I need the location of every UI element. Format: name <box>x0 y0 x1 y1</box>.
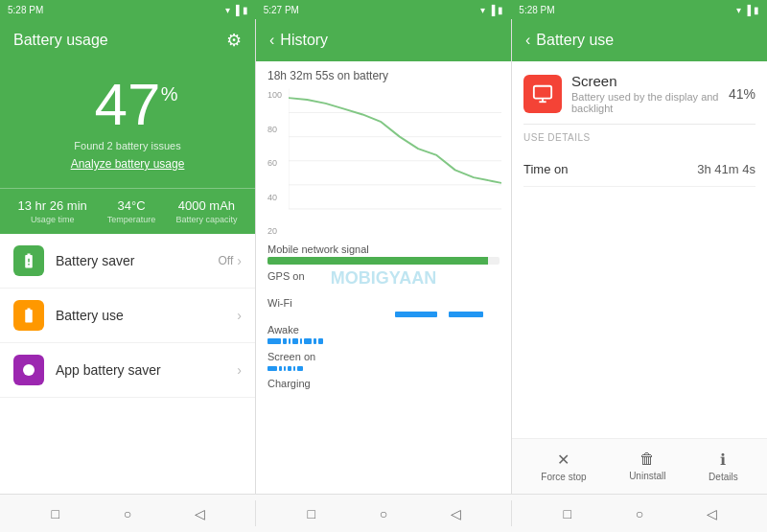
awake-row: Awake <box>267 324 500 345</box>
usage-time-label: Usage time <box>31 215 75 224</box>
chevron-right-icon-3: › <box>237 362 242 378</box>
battery-use-chevron: › <box>237 308 242 323</box>
time-3: 5:28 PM <box>519 5 554 15</box>
chevron-right-icon-2: › <box>237 308 242 323</box>
uninstall-button[interactable]: 🗑 Uninstall <box>619 447 675 486</box>
wifi-seg-1 <box>395 312 437 317</box>
time-on-label: Time on <box>523 162 568 176</box>
nav-segment-2: □ ○ ◁ <box>256 495 511 532</box>
battery-use-label: Battery use <box>56 308 237 323</box>
panel1-list: Battery saver Off › Battery use › <box>0 234 255 494</box>
back-arrow-icon-3[interactable]: ‹ <box>525 32 530 49</box>
battery-icon-2: ▮ <box>498 5 503 15</box>
screen-on-label: Screen on <box>267 351 500 362</box>
list-item-battery-saver[interactable]: Battery saver Off › <box>0 234 255 289</box>
screen-on-row: Screen on <box>267 351 500 372</box>
app-battery-saver-icon <box>13 355 44 385</box>
charging-row: Charging <box>267 378 500 389</box>
analyze-battery-button[interactable]: Analyze battery usage <box>71 157 185 171</box>
status-icons-2: ▾ ▐ ▮ <box>480 5 503 15</box>
battery-overview: 47% Found 2 battery issues Analyze batte… <box>0 61 255 188</box>
app-battery-saver-label: App battery saver <box>56 362 237 378</box>
nav-square-button-3[interactable]: □ <box>557 503 578 524</box>
details-button[interactable]: ℹ Details <box>699 447 748 486</box>
battery-on-time: 18h 32m 55s on battery <box>256 61 511 86</box>
uninstall-icon: 🗑 <box>639 451 655 468</box>
mobile-network-label: Mobile network signal <box>267 243 500 255</box>
chart-label-40: 40 <box>267 193 282 202</box>
status-segment-1: 5:28 PM ▾ ▐ ▮ <box>0 0 256 19</box>
signal-icon-3: ▐ <box>744 5 751 15</box>
battery-line-chart <box>289 86 501 220</box>
nav-back-button-2[interactable]: ◁ <box>445 503 466 524</box>
force-stop-button[interactable]: ✕ Force stop <box>531 447 595 486</box>
wifi-icon-1: ▾ <box>225 5 230 15</box>
detail-row-time-on: Time on 3h 41m 4s <box>523 152 755 187</box>
force-stop-icon: ✕ <box>557 451 569 469</box>
panel1-header: Battery usage ⚙ <box>0 19 255 61</box>
back-arrow-icon[interactable]: ‹ <box>269 32 274 49</box>
panel-history: ‹ History 18h 32m 55s on battery 100 80 … <box>256 19 512 494</box>
panel3-title: Battery use <box>536 32 614 49</box>
nav-back-button-1[interactable]: ◁ <box>189 503 210 524</box>
list-item-app-battery-saver[interactable]: App battery saver › <box>0 343 255 398</box>
app-name: Screen <box>571 73 729 89</box>
usage-time-value: 13 hr 26 min <box>18 198 87 213</box>
details-icon: ℹ <box>720 451 726 469</box>
wifi-icon-2: ▾ <box>480 5 485 15</box>
usage-time-stat: 13 hr 26 min Usage time <box>18 198 87 224</box>
svg-point-0 <box>23 364 35 376</box>
gps-row: GPS on <box>267 270 500 291</box>
chevron-right-icon: › <box>237 253 242 268</box>
app-percent: 41% <box>729 86 755 102</box>
gps-label: GPS on <box>267 270 500 282</box>
panel1-title: Battery usage <box>13 32 108 49</box>
panel2-header: ‹ History <box>256 19 511 61</box>
battery-saver-label: Battery saver <box>56 253 219 268</box>
app-info-row: Screen Battery used by the display and b… <box>523 73 755 114</box>
signal-icon-1: ▐ <box>233 5 240 15</box>
battery-stats: 13 hr 26 min Usage time 34°C Temperature… <box>0 188 255 234</box>
mobile-network-bar <box>267 257 500 265</box>
nav-square-button-2[interactable]: □ <box>301 503 322 524</box>
chart-label-80: 80 <box>267 125 282 134</box>
details-label: Details <box>709 472 738 482</box>
temperature-label: Temperature <box>107 215 156 224</box>
gear-icon[interactable]: ⚙ <box>226 30 242 51</box>
nav-back-button-3[interactable]: ◁ <box>701 503 722 524</box>
mobile-network-bar-fill <box>267 257 488 265</box>
battery-capacity-label: Battery capacity <box>175 215 237 224</box>
nav-circle-button-2[interactable]: ○ <box>373 503 394 524</box>
battery-saver-icon <box>13 245 44 276</box>
list-item-battery-use[interactable]: Battery use › <box>0 289 255 343</box>
battery-percent-display: 47% <box>95 75 161 134</box>
wifi-bar <box>267 311 500 318</box>
status-segment-2: 5:27 PM ▾ ▐ ▮ <box>256 0 512 19</box>
app-battery-saver-chevron: › <box>237 362 242 378</box>
nav-circle-button-3[interactable]: ○ <box>629 503 650 524</box>
status-bar: 5:28 PM ▾ ▐ ▮ 5:27 PM ▾ ▐ ▮ 5:28 PM ▾ ▐ … <box>0 0 767 19</box>
nav-circle-button-1[interactable]: ○ <box>117 503 138 524</box>
svg-rect-7 <box>534 85 551 98</box>
nav-segment-3: □ ○ ◁ <box>512 495 767 532</box>
panel3-header: ‹ Battery use <box>512 19 767 61</box>
wifi-seg-2 <box>449 312 483 317</box>
nav-square-button-1[interactable]: □ <box>45 503 66 524</box>
chart-label-60: 60 <box>267 158 282 168</box>
temperature-stat: 34°C Temperature <box>107 198 156 224</box>
awake-bar <box>267 337 500 345</box>
signal-icon-2: ▐ <box>488 5 495 15</box>
status-icons-1: ▾ ▐ ▮ <box>225 5 248 15</box>
battery-chart: 100 80 60 40 20 <box>256 86 511 240</box>
chart-label-100: 100 <box>267 90 282 100</box>
status-segment-3: 5:28 PM ▾ ▐ ▮ <box>511 0 767 19</box>
wifi-icon-3: ▾ <box>736 5 741 15</box>
panel-battery-usage: Battery usage ⚙ 47% Found 2 battery issu… <box>0 19 256 494</box>
temperature-value: 34°C <box>118 198 146 213</box>
battery-saver-status: Off › <box>219 253 242 268</box>
bottom-actions: ✕ Force stop 🗑 Uninstall ℹ Details <box>512 438 767 494</box>
wifi-row: Wi-Fi <box>267 297 500 318</box>
battery-use-icon <box>13 300 44 331</box>
force-stop-label: Force stop <box>541 472 586 482</box>
battery-icon-1: ▮ <box>243 5 248 15</box>
